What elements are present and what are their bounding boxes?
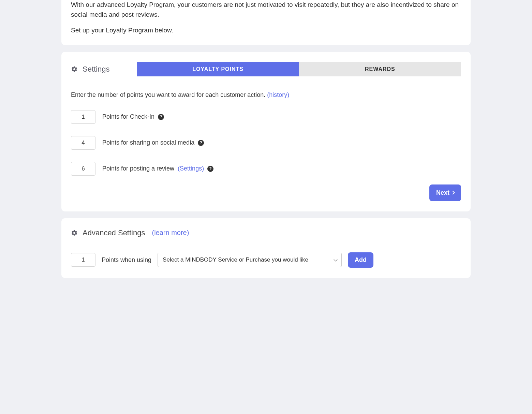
next-row: Next <box>71 184 461 201</box>
review-settings-link[interactable]: (Settings) <box>178 165 204 172</box>
gear-icon <box>71 230 78 236</box>
advanced-settings-card: Advanced Settings (learn more) Points wh… <box>61 218 471 278</box>
history-link[interactable]: (history) <box>267 91 289 98</box>
service-select[interactable] <box>158 253 342 267</box>
points-label-review: Points for posting a review (Settings) ? <box>102 165 213 172</box>
points-label-checkin-text: Points for Check-In <box>102 113 154 120</box>
next-button[interactable]: Next <box>429 184 461 201</box>
settings-tabs: LOYALTY POINTS REWARDS <box>137 62 461 76</box>
intro-paragraph-2: Set up your Loyalty Program below. <box>71 26 461 35</box>
points-label-share: Points for sharing on social media ? <box>102 139 204 146</box>
tab-loyalty-points[interactable]: LOYALTY POINTS <box>137 62 299 76</box>
points-instruction-text: Enter the number of points you want to a… <box>71 91 267 98</box>
settings-title-wrap: Settings <box>71 65 110 74</box>
advanced-points-input[interactable] <box>71 253 95 267</box>
help-icon[interactable]: ? <box>198 140 204 146</box>
tab-rewards[interactable]: REWARDS <box>299 62 461 76</box>
points-label-review-text: Points for posting a review <box>102 165 174 172</box>
points-row-share: Points for sharing on social media ? <box>71 136 461 150</box>
points-row-checkin: Points for Check-In ? <box>71 110 461 124</box>
advanced-row: Points when using Add <box>71 252 461 268</box>
points-instruction: Enter the number of points you want to a… <box>71 91 461 99</box>
chevron-right-icon <box>451 191 455 194</box>
settings-title: Settings <box>83 65 110 74</box>
add-button[interactable]: Add <box>348 252 373 268</box>
points-input-share[interactable] <box>71 136 95 150</box>
points-label-checkin: Points for Check-In ? <box>102 113 164 120</box>
points-input-review[interactable] <box>71 162 95 176</box>
points-input-checkin[interactable] <box>71 110 95 124</box>
settings-header: Settings LOYALTY POINTS REWARDS <box>71 62 461 76</box>
settings-card: Settings LOYALTY POINTS REWARDS Enter th… <box>61 52 471 211</box>
advanced-label: Points when using <box>102 256 151 264</box>
advanced-title: Advanced Settings <box>83 228 145 237</box>
help-icon[interactable]: ? <box>158 114 164 120</box>
learn-more-link[interactable]: (learn more) <box>152 229 189 237</box>
intro-paragraph-1: With our advanced Loyalty Program, your … <box>71 0 461 19</box>
service-select-wrap <box>158 253 342 267</box>
gear-icon <box>71 66 78 73</box>
next-button-label: Next <box>436 189 449 196</box>
advanced-header: Advanced Settings (learn more) <box>71 228 461 237</box>
intro-card: With our advanced Loyalty Program, your … <box>61 0 471 45</box>
help-icon[interactable]: ? <box>207 166 213 172</box>
points-row-review: Points for posting a review (Settings) ? <box>71 162 461 176</box>
points-label-share-text: Points for sharing on social media <box>102 139 194 146</box>
